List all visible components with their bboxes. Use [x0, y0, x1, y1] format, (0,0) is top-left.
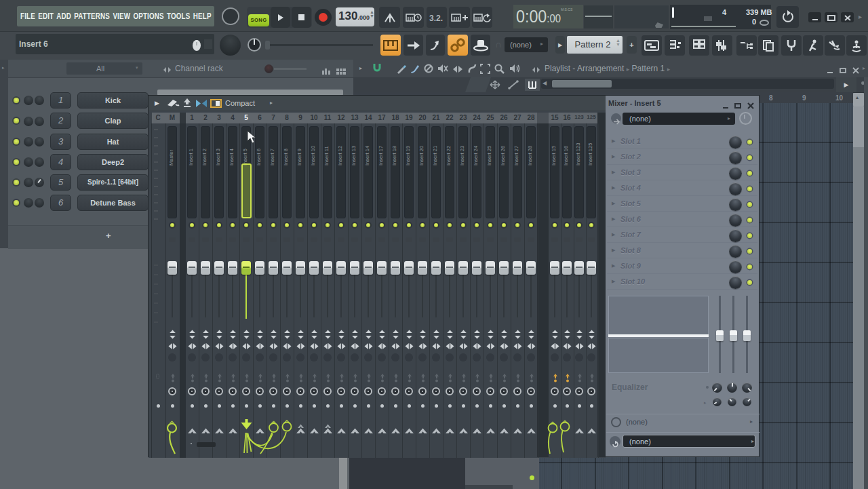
svg-text:3.2.: 3.2.	[429, 14, 443, 23]
